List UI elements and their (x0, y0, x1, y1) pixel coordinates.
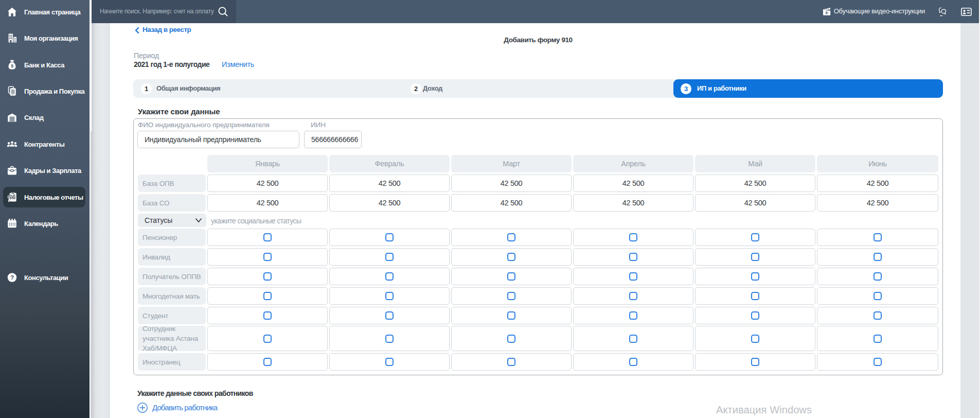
svg-text:$: $ (11, 63, 13, 68)
svg-text:?: ? (10, 274, 14, 281)
